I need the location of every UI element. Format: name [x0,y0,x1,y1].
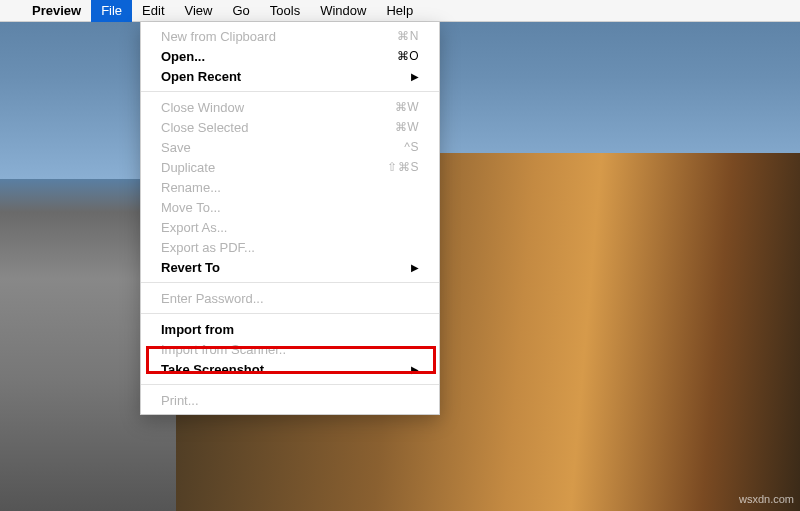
menu-item-open[interactable]: Open... ⌘O [141,46,439,66]
menu-item-label: Export As... [161,220,227,235]
menu-item-enter-password: Enter Password... [141,288,439,308]
menu-separator [141,313,439,314]
app-menu[interactable]: Preview [22,0,91,22]
menu-file[interactable]: File [91,0,132,22]
menu-item-label: New from Clipboard [161,29,276,44]
menu-item-import-from[interactable]: Import from [141,319,439,339]
menu-item-print: Print... [141,390,439,410]
watermark: wsxdn.com [739,493,794,505]
menu-tools[interactable]: Tools [260,0,310,22]
submenu-arrow-icon: ▶ [411,262,419,273]
menu-item-label: Import from [161,322,234,337]
menu-separator [141,384,439,385]
menu-item-label: Import from Scanner.. [161,342,286,357]
submenu-arrow-icon: ▶ [411,364,419,375]
menu-edit[interactable]: Edit [132,0,174,22]
menu-item-shortcut: ⌘W [395,120,419,134]
menu-item-shortcut: ⇧⌘S [387,160,419,174]
menu-item-label: Save [161,140,191,155]
menu-item-label: Close Window [161,100,244,115]
menu-item-label: Take Screenshot [161,362,264,377]
menu-item-move-to: Move To... [141,197,439,217]
menu-separator [141,282,439,283]
menu-window[interactable]: Window [310,0,376,22]
menu-item-new-from-clipboard: New from Clipboard ⌘N [141,26,439,46]
menu-item-save: Save ^S [141,137,439,157]
menu-item-export-as: Export As... [141,217,439,237]
menu-item-label: Duplicate [161,160,215,175]
menu-item-label: Close Selected [161,120,248,135]
menu-item-label: Move To... [161,200,221,215]
submenu-arrow-icon: ▶ [411,71,419,82]
menu-item-shortcut: ⌘N [397,29,419,43]
menu-bar: Preview File Edit View Go Tools Window H… [0,0,800,22]
menu-item-label: Rename... [161,180,221,195]
menu-item-close-selected: Close Selected ⌘W [141,117,439,137]
menu-item-shortcut: ⌘W [395,100,419,114]
menu-help[interactable]: Help [376,0,423,22]
menu-item-revert-to[interactable]: Revert To ▶ [141,257,439,277]
menu-item-label: Print... [161,393,199,408]
menu-item-label: Export as PDF... [161,240,255,255]
menu-item-export-as-pdf: Export as PDF... [141,237,439,257]
menu-go[interactable]: Go [222,0,259,22]
menu-item-shortcut: ⌘O [397,49,419,63]
menu-item-close-window: Close Window ⌘W [141,97,439,117]
menu-separator [141,91,439,92]
menu-item-label: Open Recent [161,69,241,84]
menu-item-label: Enter Password... [161,291,264,306]
file-menu-dropdown: New from Clipboard ⌘N Open... ⌘O Open Re… [140,22,440,415]
menu-item-take-screenshot[interactable]: Take Screenshot ▶ [141,359,439,379]
menu-item-shortcut: ^S [404,140,419,154]
menu-item-import-from-scanner: Import from Scanner.. [141,339,439,359]
menu-item-rename: Rename... [141,177,439,197]
menu-item-label: Open... [161,49,205,64]
menu-item-label: Revert To [161,260,220,275]
menu-item-open-recent[interactable]: Open Recent ▶ [141,66,439,86]
menu-view[interactable]: View [175,0,223,22]
menu-item-duplicate: Duplicate ⇧⌘S [141,157,439,177]
